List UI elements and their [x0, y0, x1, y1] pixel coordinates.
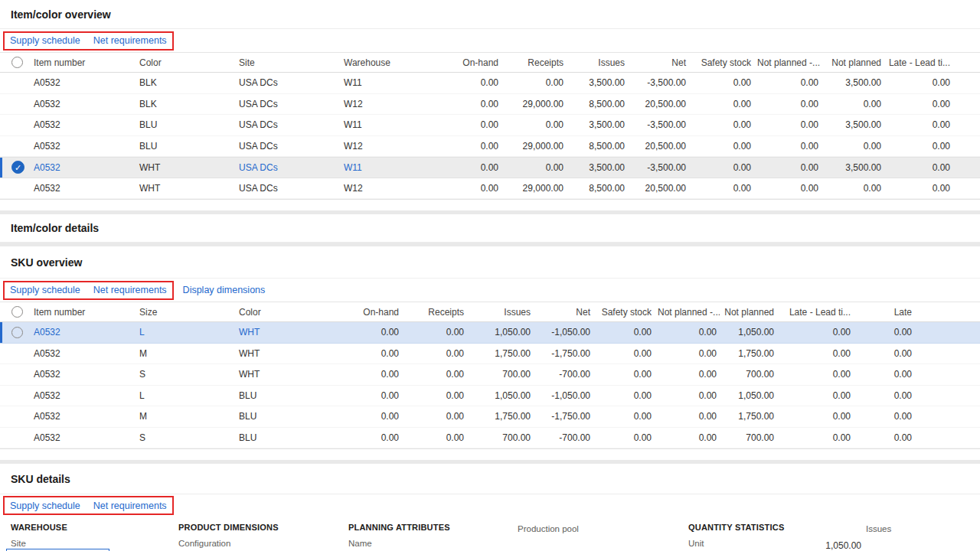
row-selected-check-icon[interactable]: ✓	[11, 161, 24, 174]
cell: 0.00	[689, 141, 754, 152]
table-row[interactable]: A0532BLKUSA DCsW120.0029,000.008,500.002…	[0, 94, 980, 116]
table-row[interactable]: A0532MWHT0.000.001,750.00-1,750.000.000.…	[0, 344, 980, 365]
row-select-cell[interactable]: ✓	[0, 161, 31, 174]
column-header[interactable]: Issues	[467, 307, 534, 318]
section-header-sku-details[interactable]: SKU details	[0, 464, 980, 494]
cell: 0.00	[402, 327, 467, 337]
column-header[interactable]: On-hand	[356, 307, 402, 318]
cell: W12	[341, 141, 433, 152]
sku-overview-grid: Item numberSizeColorOn-handReceiptsIssue…	[0, 302, 980, 449]
column-header[interactable]: Item number	[31, 57, 136, 68]
cell: 0.00	[655, 348, 720, 359]
select-all-circle-icon[interactable]	[11, 306, 23, 318]
item-color-overview-grid: Item numberColorSiteWarehouseOn-handRece…	[0, 52, 980, 200]
table-row[interactable]: A0532BLUUSA DCsW110.000.003,500.00-3,500…	[0, 115, 980, 136]
column-header[interactable]: Late - Lead ti...	[884, 57, 953, 68]
cell: 700.00	[467, 369, 534, 380]
cell: 0.00	[884, 77, 953, 88]
column-header[interactable]: Safety stock	[593, 307, 655, 318]
select-all-circle-icon[interactable]	[11, 57, 23, 68]
row-select-cell[interactable]	[0, 327, 31, 338]
cell: 0.00	[854, 390, 915, 401]
select-all-checkbox[interactable]	[0, 306, 31, 318]
cell: 0.00	[822, 99, 884, 109]
cell: 0.00	[402, 390, 467, 401]
tab-net-requirements[interactable]: Net requirements	[93, 35, 167, 46]
column-header[interactable]: Late - Lead ti...	[777, 307, 854, 318]
tab-net-requirements[interactable]: Net requirements	[93, 285, 167, 295]
tab-supply-schedule[interactable]: Supply schedule	[10, 35, 80, 46]
cell-link[interactable]: WHT	[236, 327, 356, 337]
grid-header-row: Item numberColorSiteWarehouseOn-handRece…	[0, 52, 980, 73]
cell: 0.00	[777, 327, 854, 337]
cell: M	[136, 411, 236, 422]
cell: 0.00	[854, 411, 915, 422]
column-header[interactable]: Receipts	[402, 307, 467, 318]
cell: USA DCs	[236, 141, 341, 152]
table-row[interactable]: A0532MBLU0.000.001,750.00-1,750.000.000.…	[0, 406, 980, 428]
cell: 0.00	[854, 327, 915, 337]
table-row[interactable]: A0532SBLU0.000.00700.00-700.000.000.0070…	[0, 428, 980, 449]
cell: 8,500.00	[567, 99, 628, 109]
column-header[interactable]: On-hand	[433, 57, 501, 68]
cell: 0.00	[593, 348, 655, 359]
cell: USA DCs	[236, 119, 341, 130]
section-header-sku-overview[interactable]: SKU overview	[0, 246, 980, 279]
column-header[interactable]: Safety stock	[689, 57, 754, 68]
cell: 0.00	[754, 141, 822, 152]
cell: 0.00	[777, 369, 854, 380]
cell: A0532	[31, 183, 136, 194]
column-header[interactable]: Color	[136, 57, 236, 68]
cell: 0.00	[822, 141, 884, 152]
cell: BLU	[136, 141, 236, 152]
section-title: SKU overview	[11, 256, 82, 269]
cell: 700.00	[467, 432, 534, 443]
column-header[interactable]: Net	[534, 307, 593, 318]
column-header[interactable]: Size	[136, 307, 236, 318]
table-row[interactable]: A0532LWHT0.000.001,050.00-1,050.000.000.…	[0, 322, 980, 344]
group-header-planning-attributes: PLANNING ATTRIBUTES	[348, 523, 450, 532]
section-header-item-color-overview[interactable]: Item/color overview	[0, 0, 980, 29]
tab-supply-schedule[interactable]: Supply schedule	[10, 285, 80, 295]
cell-link[interactable]: USA DCs	[236, 162, 341, 173]
table-row[interactable]: ✓A0532WHTUSA DCsW110.000.003,500.00-3,50…	[0, 157, 980, 178]
table-row[interactable]: A0532BLUUSA DCsW120.0029,000.008,500.002…	[0, 136, 980, 158]
cell-link[interactable]: W11	[341, 162, 433, 173]
table-row[interactable]: A0532BLKUSA DCsW110.000.003,500.00-3,500…	[0, 73, 980, 94]
column-header[interactable]: Net	[628, 57, 689, 68]
column-header[interactable]: Item number	[31, 307, 136, 318]
column-header[interactable]: Site	[236, 57, 341, 68]
tab-supply-schedule[interactable]: Supply schedule	[10, 500, 80, 511]
cell: 0.00	[754, 183, 822, 194]
tab-display-dimensions[interactable]: Display dimensions	[183, 285, 266, 295]
row-selector-circle-icon[interactable]	[11, 327, 23, 338]
tab-net-requirements[interactable]: Net requirements	[93, 500, 167, 511]
column-header[interactable]: Issues	[567, 57, 628, 68]
table-row[interactable]: A0532LBLU0.000.001,050.00-1,050.000.000.…	[0, 386, 980, 407]
annotation-red-box: Supply schedule Net requirements	[3, 31, 174, 51]
cell-link[interactable]: A0532	[31, 327, 136, 337]
cell: 0.00	[777, 390, 854, 401]
column-header[interactable]: Color	[236, 307, 356, 318]
cell-link[interactable]: L	[136, 327, 236, 337]
table-row[interactable]: A0532WHTUSA DCsW120.0029,000.008,500.002…	[0, 178, 980, 200]
column-header[interactable]: Not planned -...	[754, 57, 822, 68]
cell-link[interactable]: A0532	[31, 162, 136, 173]
table-row[interactable]: A0532SWHT0.000.00700.00-700.000.000.0070…	[0, 364, 980, 386]
column-header[interactable]: Not planned	[720, 307, 777, 318]
cell: 29,000.00	[501, 141, 567, 152]
cell: 20,500.00	[628, 141, 689, 152]
column-header[interactable]: Receipts	[501, 57, 567, 68]
column-header[interactable]: Not planned -...	[655, 307, 720, 318]
select-all-checkbox[interactable]	[0, 57, 31, 68]
column-header[interactable]: Late	[854, 307, 915, 318]
cell: A0532	[31, 411, 136, 422]
column-header[interactable]: Not planned	[822, 57, 884, 68]
column-header[interactable]: Warehouse	[341, 57, 433, 68]
cell: USA DCs	[236, 99, 341, 109]
section-header-item-color-details[interactable]: Item/color details	[0, 214, 980, 243]
cell: 0.00	[884, 162, 953, 173]
cell: S	[136, 432, 236, 443]
section-gap	[0, 449, 980, 460]
cell: 0.00	[655, 390, 720, 401]
